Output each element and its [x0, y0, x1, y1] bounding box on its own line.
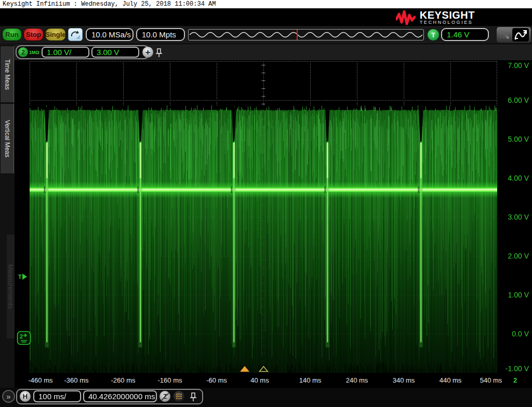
- preview-trigger-position-marker[interactable]: [297, 30, 298, 40]
- trigger-level-field[interactable]: 1.46 V: [441, 28, 489, 41]
- tab-time-meas[interactable]: Time Meas: [0, 46, 14, 103]
- timebase-channel-indicator: 2: [513, 376, 517, 384]
- left-sidebar: Time Meas Vertical Meas Measurements: [0, 44, 15, 407]
- waveform-canvas[interactable]: [30, 61, 497, 373]
- timebase-field[interactable]: 100 ms/: [33, 390, 81, 402]
- measurements-panel-label: Measurements: [7, 264, 15, 309]
- logo-bar: KEYSIGHT TECHNOLOGIES: [0, 9, 532, 26]
- channel-offset-field[interactable]: 3.00 V: [91, 47, 139, 58]
- tab-vertical-meas-label: Vertical Meas: [4, 120, 11, 157]
- voltage-label: 0.0 V: [493, 330, 529, 338]
- keysight-logo: KEYSIGHT TECHNOLOGIES: [396, 10, 475, 25]
- channel-scale-field[interactable]: 1.00 V/: [42, 47, 89, 58]
- tab-vertical-meas[interactable]: Vertical Meas: [0, 103, 14, 174]
- grid-display-button[interactable]: [498, 28, 512, 42]
- voltage-label: -1.00 V: [493, 364, 529, 373]
- voltage-label: 1.00 V: [493, 291, 529, 299]
- time-label: 340 ms: [385, 376, 422, 384]
- time-label: -160 ms: [151, 376, 189, 384]
- keysight-logo-icon: [396, 10, 416, 25]
- time-label: 140 ms: [291, 376, 329, 384]
- logo-sub-text: TECHNOLOGIES: [420, 20, 475, 25]
- run-button[interactable]: Run: [2, 28, 22, 41]
- time-label: -60 ms: [198, 376, 235, 384]
- voltage-label: 5.00 V: [493, 135, 529, 143]
- horizontal-badge[interactable]: H: [20, 391, 31, 402]
- grid-display-icon: [500, 30, 510, 40]
- time-label: 240 ms: [338, 376, 376, 384]
- channel-ground-marker-icon[interactable]: 2: [17, 331, 31, 345]
- time-label: -360 ms: [58, 376, 95, 384]
- voltage-label: 6.00 V: [493, 96, 529, 104]
- voltage-label: 2.00 V: [493, 252, 529, 260]
- trigger-level-marker[interactable]: T: [18, 274, 27, 280]
- intensity-dots-icon: [175, 392, 183, 400]
- zoom-button[interactable]: Z: [159, 391, 170, 402]
- horizontal-settings-group: H 100 ms/ 40.4262000000 ms Z: [16, 389, 203, 404]
- display-mode-group: [497, 27, 531, 43]
- logo-brand-text: KEYSIGHT: [420, 10, 475, 20]
- waveform-scale-button[interactable]: [512, 28, 529, 42]
- single-button[interactable]: Single: [45, 28, 66, 41]
- scope-display: 7.00 V 6.00 V 5.00 V 4.00 V 3.00 V 2.00 …: [15, 60, 532, 388]
- time-label: 540 ms: [472, 376, 510, 384]
- trigger-level-arrow-icon: [22, 274, 27, 280]
- stop-button[interactable]: Stop: [23, 28, 44, 41]
- horizontal-position-field[interactable]: 40.4262000000 ms: [83, 390, 157, 402]
- sample-rate-field[interactable]: 10.0 MSa/s: [86, 28, 134, 41]
- channel-bar-pin-icon[interactable]: [155, 48, 163, 58]
- horizontal-bar: » H 100 ms/ 40.4262000000 ms Z: [0, 388, 532, 407]
- touch-mode-button[interactable]: [68, 28, 83, 41]
- svg-text:2: 2: [20, 333, 23, 340]
- time-label: 40 ms: [241, 376, 278, 384]
- voltage-label: 3.00 V: [493, 213, 529, 221]
- measurements-collapsed-panel[interactable]: Measurements: [7, 235, 15, 338]
- horizontal-bar-pin-icon[interactable]: [190, 392, 197, 402]
- trigger-source-badge[interactable]: T: [428, 29, 439, 40]
- voltage-label: 4.00 V: [493, 174, 529, 182]
- toolbar: Run Stop Single 10.0 MSa/s 10.0 Mpts T 1…: [0, 26, 532, 44]
- time-label: 440 ms: [432, 376, 469, 384]
- tab-time-meas-label: Time Meas: [4, 59, 11, 90]
- channel-bar: 2 1MΩ 1.00 V/ 3.00 V +: [0, 44, 532, 61]
- expand-panel-button[interactable]: »: [2, 390, 15, 403]
- trigger-level-marker-label: T: [18, 274, 22, 280]
- time-label: -260 ms: [104, 376, 142, 384]
- waveform-scale-icon: [514, 29, 527, 40]
- channel-2-badge[interactable]: 2: [18, 47, 28, 57]
- voltage-label: 7.00 V: [493, 61, 529, 70]
- add-channel-button[interactable]: +: [142, 47, 153, 58]
- oscilloscope-app: Keysight Infiniium : Wednesday, July 25,…: [0, 0, 532, 407]
- intensity-button[interactable]: [174, 391, 184, 402]
- channel-2-group: 2 1MΩ 1.00 V/ 3.00 V +: [16, 45, 150, 59]
- touch-gesture-icon: [70, 30, 81, 39]
- memory-depth-field[interactable]: 10.0 Mpts: [136, 28, 185, 41]
- time-label: -460 ms: [22, 376, 59, 384]
- preview-waveform-icon: [189, 30, 423, 40]
- channel-impedance-label: 1MΩ: [29, 50, 39, 55]
- acquisition-preview-strip[interactable]: [188, 29, 424, 40]
- window-title: Keysight Infiniium : Wednesday, July 25,…: [0, 0, 532, 9]
